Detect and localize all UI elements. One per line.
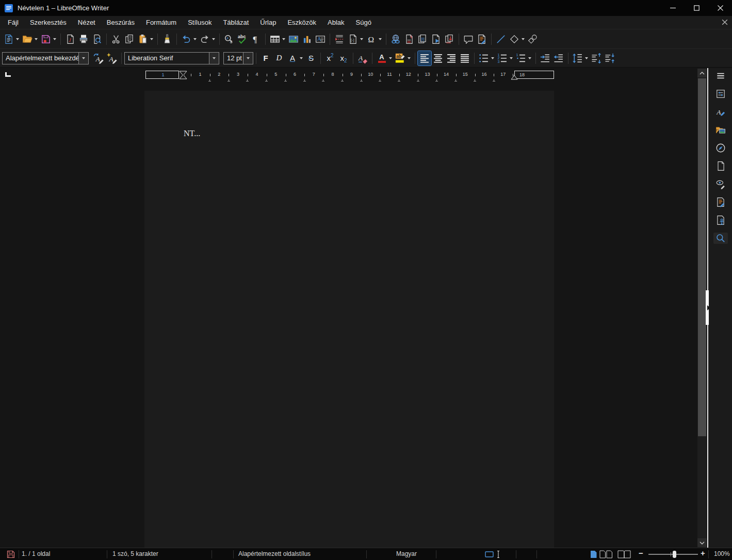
redo-dropdown-caret[interactable] (212, 38, 215, 40)
scroll-up-icon[interactable] (697, 69, 707, 77)
track-changes-button[interactable] (475, 32, 489, 46)
sidebar-navigator-icon[interactable] (713, 142, 728, 154)
menu-formatum[interactable]: Formátum (140, 17, 182, 28)
new-document-button[interactable] (2, 32, 15, 46)
decrease-indent-button[interactable] (552, 51, 565, 65)
superscript-button[interactable]: x2 (323, 51, 337, 65)
paragraph-style-combo[interactable]: Alapértelmezett bekezdésstíl (2, 52, 89, 64)
multi-page-view-icon[interactable] (599, 550, 613, 558)
numbered-list-dropdown-caret[interactable] (510, 57, 513, 59)
special-character-button[interactable]: Ω (365, 32, 378, 46)
update-style-button[interactable]: A (92, 51, 105, 65)
menu-sugo[interactable]: Súgó (350, 17, 377, 28)
font-color-button[interactable]: A (375, 51, 388, 65)
align-center-button[interactable] (431, 51, 445, 65)
tab-stop-selector-icon[interactable] (5, 72, 11, 77)
menu-szerkesztes[interactable]: Szerkesztés (24, 17, 72, 28)
word-count-status[interactable]: 1 szó, 5 karakter (112, 550, 158, 557)
menu-stilusok[interactable]: Stílusok (182, 17, 217, 28)
sidebar-settings-menu-icon[interactable] (713, 70, 728, 81)
paste-button[interactable] (136, 32, 150, 46)
menu-tablazat[interactable]: Táblázat (217, 17, 254, 28)
save-status-icon[interactable] (6, 550, 15, 559)
outline-list-dropdown-caret[interactable] (528, 57, 531, 59)
font-name-caret[interactable] (209, 53, 219, 64)
menu-urlap[interactable]: Űrlap (254, 17, 282, 28)
sidebar-find-icon[interactable] (713, 233, 728, 244)
insert-bookmark-button[interactable] (429, 32, 443, 46)
show-draw-functions-button[interactable] (526, 32, 540, 46)
decrease-paragraph-spacing-button[interactable] (603, 51, 616, 65)
font-size-combo[interactable]: 12 pt (223, 52, 253, 64)
insert-field-button[interactable]: [-] (346, 32, 360, 46)
menu-nezet[interactable]: Nézet (72, 17, 101, 28)
open-button[interactable] (21, 32, 34, 46)
sidebar-page-icon[interactable] (713, 160, 728, 172)
menu-beszuras[interactable]: Beszúrás (101, 17, 140, 28)
close-button[interactable] (708, 0, 732, 16)
sidebar-style-inspector-icon[interactable] (713, 178, 728, 190)
open-dropdown-caret[interactable] (35, 38, 38, 40)
sidebar-manage-changes-icon[interactable] (713, 196, 728, 208)
zoom-in-icon[interactable]: + (701, 549, 705, 557)
new-style-button[interactable]: A (105, 51, 119, 65)
sidebar-properties-icon[interactable] (713, 88, 728, 100)
clear-formatting-button[interactable]: A (356, 51, 369, 65)
basic-shapes-button[interactable] (508, 32, 521, 46)
align-right-button[interactable] (445, 51, 458, 65)
insert-image-button[interactable] (287, 32, 300, 46)
bullet-list-button[interactable] (477, 51, 491, 65)
insert-endnote-button[interactable]: [i] (416, 32, 429, 46)
insert-footnote-button[interactable]: 1 (402, 32, 416, 46)
scroll-down-icon[interactable] (697, 538, 707, 547)
font-size-caret[interactable] (243, 53, 253, 64)
clone-formatting-button[interactable] (160, 32, 174, 46)
save-dropdown-caret[interactable] (53, 38, 56, 40)
single-page-view-icon[interactable] (590, 550, 597, 558)
bold-button[interactable]: F (259, 51, 272, 65)
menu-eszkozok[interactable]: Eszközök (282, 17, 322, 28)
zoom-out-icon[interactable]: − (639, 549, 643, 557)
menu-ablak[interactable]: Ablak (322, 17, 350, 28)
italic-button[interactable]: D (272, 51, 286, 65)
right-indent-marker-icon[interactable] (511, 75, 518, 80)
align-left-button[interactable] (418, 51, 431, 65)
numbered-list-button[interactable]: 123 (496, 51, 509, 65)
print-preview-button[interactable] (90, 32, 104, 46)
minimize-button[interactable] (661, 0, 685, 16)
insert-comment-button[interactable] (462, 32, 475, 46)
insert-table-button[interactable] (268, 32, 282, 46)
strikethrough-button[interactable]: S (304, 51, 318, 65)
redo-button[interactable] (198, 32, 212, 46)
indent-marker-icon[interactable] (179, 71, 187, 79)
save-button[interactable] (39, 32, 53, 46)
insert-cross-reference-button[interactable] (443, 32, 456, 46)
export-pdf-button[interactable] (63, 32, 77, 46)
line-spacing-button[interactable] (571, 51, 584, 65)
insert-line-button[interactable] (494, 32, 508, 46)
insert-hyperlink-button[interactable] (389, 32, 402, 46)
page-style-status[interactable]: Alapértelmezett oldalstílus (238, 550, 311, 557)
cut-button[interactable] (109, 32, 123, 46)
undo-button[interactable] (180, 32, 193, 46)
bullet-list-dropdown-caret[interactable] (491, 57, 494, 59)
sidebar-gallery-icon[interactable] (713, 124, 728, 136)
new-dropdown-caret[interactable] (16, 38, 19, 40)
outline-list-button[interactable]: 1 (514, 51, 528, 65)
shapes-dropdown-caret[interactable] (522, 38, 525, 40)
close-document-icon[interactable] (722, 19, 728, 25)
font-color-dropdown-caret[interactable] (389, 57, 392, 59)
document-page[interactable]: NT... (144, 91, 554, 548)
underline-button[interactable]: A (286, 51, 299, 65)
increase-paragraph-spacing-button[interactable] (590, 51, 603, 65)
formatting-marks-button[interactable]: ¶ (249, 32, 263, 46)
selection-mode-icon[interactable] (485, 550, 506, 558)
language-status[interactable]: Magyar (396, 550, 417, 557)
sidebar-styles-icon[interactable]: A (713, 106, 728, 118)
find-replace-button[interactable]: ad (222, 32, 236, 46)
line-spacing-dropdown-caret[interactable] (585, 57, 588, 59)
highlight-dropdown-caret[interactable] (408, 57, 411, 59)
zoom-slider-thumb[interactable] (673, 551, 676, 558)
book-view-icon[interactable] (617, 550, 631, 558)
field-dropdown-caret[interactable] (360, 38, 363, 40)
